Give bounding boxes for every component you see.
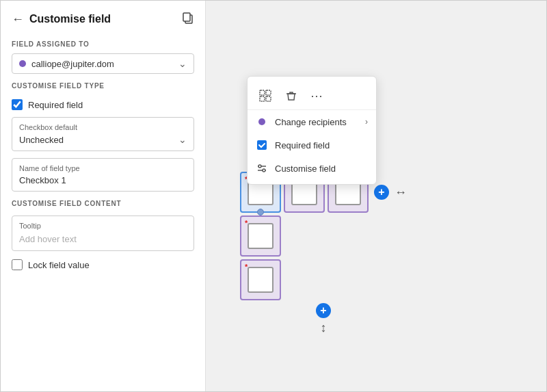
trash-icon-button[interactable]: [282, 86, 301, 105]
customise-type-section: CUSTOMISE FIELD TYPE Required field Chec…: [12, 82, 194, 192]
assigned-email-dropdown[interactable]: calliope@jupiter.dom ⌄: [12, 53, 194, 74]
svg-rect-5: [266, 96, 271, 101]
sliders-icon: [256, 163, 267, 174]
name-of-field-label: Name of field type: [19, 164, 187, 172]
add-column-button[interactable]: +: [374, 185, 389, 200]
required-star-4: *: [245, 219, 248, 227]
copy-icon: [182, 12, 194, 24]
copy-button[interactable]: [182, 12, 194, 27]
required-field-row: Required field: [12, 99, 194, 110]
field-name-box[interactable]: Name of field type Checkbox 1: [12, 158, 194, 192]
chevron-down-icon: ⌄: [178, 58, 187, 69]
page-title: Customise field: [29, 13, 111, 25]
fields-area: * * * + ↔ *: [240, 172, 407, 335]
customise-field-menu-label: Customise field: [275, 164, 336, 174]
checkbox-inner-3-1: [248, 267, 274, 293]
recipient-dot-icon: [258, 118, 265, 125]
fields-row-2: *: [240, 215, 407, 257]
resize-handle-bottom[interactable]: [257, 209, 264, 215]
svg-point-11: [263, 169, 265, 172]
panel-header: ← Customise field: [12, 12, 194, 32]
checkbox-default-value: Unchecked: [19, 135, 174, 145]
checkbox-default-chevron: ⌄: [178, 134, 187, 145]
recipient-dot: [19, 60, 26, 67]
chevron-right-icon: ›: [365, 117, 368, 127]
context-menu: ⋯ Change recipients › Required field: [247, 76, 377, 185]
tooltip-placeholder: Add hover text: [19, 234, 77, 244]
change-recipients-label: Change recipients: [275, 117, 347, 127]
grid-icon: [258, 89, 272, 103]
resize-horizontal-icon[interactable]: ↔: [395, 185, 407, 200]
trash-icon: [284, 89, 298, 103]
svg-rect-4: [260, 96, 265, 101]
context-menu-toolbar: ⋯: [248, 81, 376, 110]
more-options-icon: ⋯: [310, 88, 324, 103]
svg-rect-1: [183, 13, 190, 21]
fields-row-3: *: [240, 259, 407, 300]
checkbox-default-label: Checkbox default: [19, 123, 187, 131]
tooltip-label: Tooltip: [19, 222, 187, 230]
customise-field-item[interactable]: Customise field: [248, 157, 376, 180]
change-recipients-item[interactable]: Change recipients ›: [248, 110, 376, 133]
required-field-checkbox[interactable]: [12, 99, 23, 110]
lock-field-row: Lock field value: [12, 259, 194, 270]
required-field-menu-label: Required field: [275, 140, 330, 151]
more-options-button[interactable]: ⋯: [308, 86, 327, 105]
bottom-actions: + ↕: [240, 303, 407, 335]
grid-icon-button[interactable]: [256, 86, 275, 105]
svg-rect-2: [260, 90, 265, 95]
left-panel: ← Customise field FIELD ASSIGNED TO call…: [1, 1, 206, 391]
column-actions: + ↔: [374, 185, 407, 200]
field-box-2-1[interactable]: *: [240, 215, 281, 257]
checkbox-inner-2-1: [248, 223, 274, 249]
customise-content-section: CUSTOMISE FIELD CONTENT Tooltip Add hove…: [12, 200, 194, 251]
checked-checkbox-icon: [256, 140, 267, 151]
required-field-item[interactable]: Required field: [248, 133, 376, 157]
lock-field-label: Lock field value: [28, 260, 90, 270]
checkbox-default-box: Checkbox default Unchecked ⌄: [12, 117, 194, 151]
lock-field-checkbox[interactable]: [12, 259, 23, 270]
tooltip-box[interactable]: Tooltip Add hover text: [12, 215, 194, 251]
required-field-label: Required field: [28, 100, 83, 110]
customise-content-label: CUSTOMISE FIELD CONTENT: [12, 200, 194, 207]
right-panel: ⋯ Change recipients › Required field: [206, 1, 546, 391]
field-assigned-section: FIELD ASSIGNED TO calliope@jupiter.dom ⌄: [12, 40, 194, 74]
back-button[interactable]: ←: [12, 12, 24, 27]
svg-point-10: [258, 165, 261, 168]
required-star-5: *: [245, 263, 248, 271]
resize-vertical-icon[interactable]: ↕: [321, 321, 327, 335]
customise-type-label: CUSTOMISE FIELD TYPE: [12, 82, 194, 90]
svg-rect-3: [266, 90, 271, 95]
assigned-email-value: calliope@jupiter.dom: [31, 59, 173, 69]
field-assigned-label: FIELD ASSIGNED TO: [12, 40, 194, 48]
add-row-button[interactable]: +: [316, 303, 331, 318]
name-of-field-value: Checkbox 1: [19, 175, 187, 185]
field-box-3-1[interactable]: *: [240, 259, 281, 300]
